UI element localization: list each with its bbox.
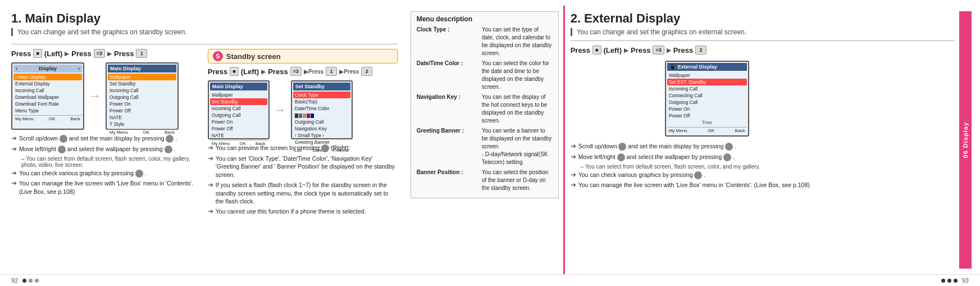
- ext-item-power-on: Power On: [667, 106, 747, 112]
- footer-dots-left: [22, 279, 39, 283]
- cb3: [303, 114, 306, 118]
- standby-header: S Standby screen: [208, 49, 398, 63]
- arrow-bullet-ext4: ➔: [571, 180, 576, 190]
- press-icon-r3: [694, 171, 702, 179]
- scroll-icon-r: [618, 143, 626, 151]
- screen3-item-wallpaper: Wallpaper: [210, 92, 267, 98]
- screen2-item-power-off: Power Off: [108, 107, 176, 114]
- screen4-item-datetime: Date/Time Color: [293, 105, 350, 112]
- page-footer: 92 93: [0, 274, 980, 286]
- left-section: 1. Main Display You can change and set t…: [0, 6, 406, 274]
- num-key-r2: 2: [695, 46, 706, 55]
- right-section-subtitle: You can change and set the graphics on e…: [571, 28, 955, 36]
- bullet-r4-text: You cannot use this function if a phone …: [216, 207, 366, 216]
- screen-item-main-display: › Main Display: [13, 74, 82, 80]
- bullet-r4: ➔ You cannot use this function if a phon…: [208, 207, 398, 216]
- footer-page-left: 92: [11, 277, 18, 284]
- press-icon-2: [165, 146, 172, 153]
- press-icon-3: [135, 170, 143, 178]
- dot-r2: [947, 279, 951, 283]
- press-label-1: Press: [11, 49, 31, 58]
- standby-header-text: Standby screen: [226, 52, 281, 61]
- two-col-main: Press ■ (Left) ▶ Press ≡3 ▶ Press 1 ‹ Di: [11, 49, 398, 220]
- menu-val-clock: You can set the type of date, clock, and…: [482, 26, 553, 57]
- lr-icon-r: [617, 153, 625, 161]
- screen-mock-4: Set Standby Clock Type Basic(Top) Date/T…: [291, 80, 353, 139]
- dot-l1: [22, 279, 26, 283]
- ext-item-outgoing: Outgoing Call: [667, 99, 747, 106]
- left-section-title: 1. Main Display: [11, 11, 398, 26]
- screen4-item-small-type: ‹ Small Type ›: [293, 132, 350, 139]
- press-label-r2: Press: [631, 46, 650, 55]
- screen2-item-wallpaper: Wallpaper: [108, 74, 176, 80]
- arrow-bullet-ext3: ➔: [571, 170, 576, 180]
- sub-bullet-right: You can select from default screen, flas…: [571, 164, 955, 170]
- left-key-r: ■: [592, 46, 601, 55]
- arrow-between-screens: →: [89, 89, 101, 103]
- screen2-item-set-standby: Set Standby: [108, 80, 176, 87]
- bullet-3: ➔ You can check various graphics by pres…: [11, 169, 201, 178]
- cb5: [311, 114, 314, 118]
- back-label: Back: [70, 116, 80, 121]
- arrow-bullet-2: ➔: [11, 144, 17, 154]
- arrow-1: ▶: [65, 51, 69, 57]
- screen-nav-left: ‹: [16, 66, 17, 71]
- menu-row-navkey: Navigation Key : You can set the display…: [417, 93, 553, 125]
- press-label-4: Press: [208, 67, 227, 76]
- arrow-bullet-r1: ➔: [208, 143, 213, 153]
- divider1: [11, 44, 398, 44]
- right-screen-placeholder: [571, 59, 660, 138]
- press-label-r3: Press: [673, 46, 693, 55]
- num-key-4: 1: [326, 67, 337, 76]
- screen3-item-incoming: Incoming Call: [210, 105, 267, 112]
- bullet-4-text: You can manage the live screen with 'Liv…: [19, 179, 201, 196]
- arrow-4: ▶Press: [304, 69, 323, 75]
- ext-item-incoming: Incoming Call: [667, 85, 747, 92]
- left-key-2: ■: [230, 67, 238, 76]
- arrow-bullet-4: ➔: [11, 179, 17, 188]
- footer-page-right: 93: [962, 277, 969, 284]
- screen3-title: Main Display: [210, 83, 267, 90]
- bullet-2: ➔ Move left/right and select the wallpap…: [11, 145, 201, 154]
- press-label-3: Press: [114, 49, 134, 58]
- arrow-bullet-ext1: ➔: [571, 142, 576, 151]
- screen2-item-incoming: Incoming Call: [108, 87, 176, 94]
- menu-row-greeting: Greeting Banner : You can write a banner…: [417, 127, 553, 166]
- press-icon-r2: [723, 153, 731, 161]
- bullet-list-right: ➔ Scroll up/down and set the main displa…: [571, 142, 955, 190]
- bullet-r1: ➔ You can preview the screen by pressing…: [208, 144, 398, 153]
- footer-dots-right: [941, 279, 958, 283]
- arrow-r2: ▶: [667, 47, 671, 53]
- menu-key-datetime: Date/Time Color :: [417, 60, 478, 67]
- num-key-r1: ≡3: [653, 46, 664, 55]
- screen-ext-header: 📱 External Display: [667, 63, 747, 71]
- bullet-ext-3: ➔ You can check various graphics by pres…: [571, 171, 955, 180]
- bullet-r3-text: If you select a flash (flash clock 1~7) …: [216, 181, 398, 206]
- scroll-icon-1: [60, 135, 67, 143]
- bullet-ext2-text: Move left/right and select the wallpaper…: [578, 153, 735, 161]
- bullet-1-text: Scroll up/down and set the main display …: [19, 134, 177, 143]
- menu-val-datetime: You can select the color for the date an…: [482, 60, 553, 91]
- screen2-item-tstyle: T Style: [108, 121, 176, 128]
- bullet-ext-1: ➔ Scroll up/down and set the main displa…: [571, 142, 955, 151]
- screen3-item-nate: NATE: [210, 132, 267, 139]
- screen3-item-power-on: Power On: [210, 119, 267, 125]
- ok-label: OK: [49, 116, 56, 121]
- right-section-title: 2. External Display: [571, 11, 955, 26]
- screen4-item-outgoing: Outgoing Call: [293, 119, 350, 125]
- bullet-2-text: Move left/right and select the wallpaper…: [19, 145, 175, 153]
- right-sidebar: 06 Display: [959, 11, 972, 269]
- menu-description-section: Menu description Clock Type : You can se…: [406, 6, 563, 274]
- bullet-r2-text: You can set 'Clock Type', 'Date/Time Col…: [216, 155, 398, 179]
- menu-desc-title: Menu description: [417, 15, 553, 23]
- arrow-bullet-1: ➔: [11, 134, 17, 143]
- cb2: [299, 114, 302, 118]
- arrow-5: ▶Press: [339, 69, 359, 75]
- footer-left: 92: [11, 277, 39, 284]
- press-icon-r1: [725, 143, 733, 151]
- lr-icon-1: [58, 146, 66, 153]
- screen-mock-display: ‹ Display › › Main Display External Disp…: [11, 62, 84, 130]
- bullet-ext3-text: You can check various graphics by pressi…: [578, 171, 706, 179]
- screen-item-ext-display: External Display: [13, 80, 82, 87]
- press-label-r1: Press: [571, 46, 590, 55]
